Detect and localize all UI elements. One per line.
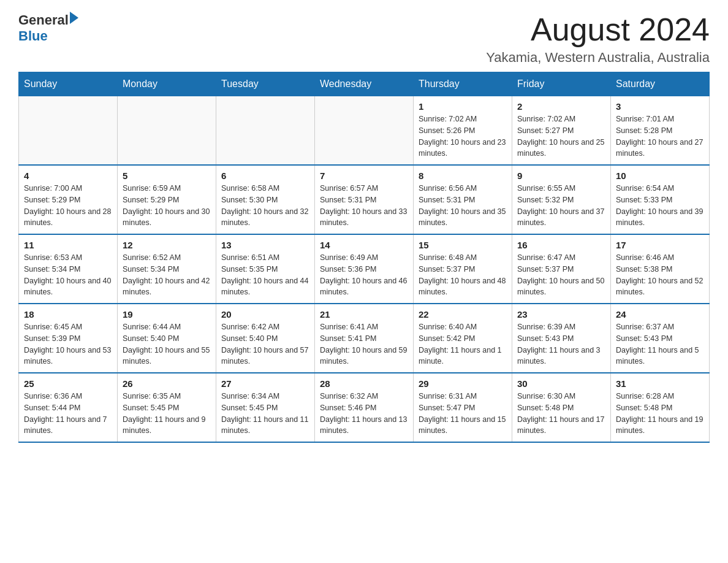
calendar-cell: 13Sunrise: 6:51 AMSunset: 5:35 PMDayligh…: [216, 234, 315, 304]
calendar-cell: [315, 96, 414, 166]
day-number: 3: [616, 101, 704, 112]
day-info: Sunrise: 6:35 AMSunset: 5:45 PMDaylight:…: [123, 391, 211, 437]
calendar-header-thursday: Thursday: [414, 72, 512, 96]
calendar-cell: 1Sunrise: 7:02 AMSunset: 5:26 PMDaylight…: [414, 96, 512, 166]
calendar-cell: 22Sunrise: 6:40 AMSunset: 5:42 PMDayligh…: [414, 304, 512, 373]
day-number: 14: [320, 240, 408, 250]
day-number: 13: [221, 240, 309, 250]
day-info: Sunrise: 6:51 AMSunset: 5:35 PMDaylight:…: [221, 252, 309, 298]
calendar-week-row: 1Sunrise: 7:02 AMSunset: 5:26 PMDaylight…: [19, 96, 710, 166]
title-section: August 2024 Yakamia, Western Australia, …: [486, 12, 710, 66]
calendar-cell: 17Sunrise: 6:46 AMSunset: 5:38 PMDayligh…: [611, 234, 710, 304]
logo-general-text: General: [18, 12, 69, 28]
calendar-cell: 6Sunrise: 6:58 AMSunset: 5:30 PMDaylight…: [216, 165, 315, 234]
day-number: 12: [123, 240, 211, 250]
calendar-week-row: 18Sunrise: 6:45 AMSunset: 5:39 PMDayligh…: [19, 304, 710, 373]
day-number: 27: [221, 378, 309, 389]
calendar-cell: 2Sunrise: 7:02 AMSunset: 5:27 PMDaylight…: [512, 96, 611, 166]
calendar-cell: 14Sunrise: 6:49 AMSunset: 5:36 PMDayligh…: [315, 234, 414, 304]
calendar-cell: 29Sunrise: 6:31 AMSunset: 5:47 PMDayligh…: [414, 373, 512, 442]
calendar-header-sunday: Sunday: [19, 72, 118, 96]
day-info: Sunrise: 7:01 AMSunset: 5:28 PMDaylight:…: [616, 113, 704, 159]
calendar-header-friday: Friday: [512, 72, 611, 96]
day-number: 16: [517, 240, 605, 250]
day-info: Sunrise: 6:32 AMSunset: 5:46 PMDaylight:…: [320, 391, 408, 437]
day-number: 29: [419, 378, 507, 389]
calendar-cell: 15Sunrise: 6:48 AMSunset: 5:37 PMDayligh…: [414, 234, 512, 304]
calendar-cell: [216, 96, 315, 166]
calendar-header-saturday: Saturday: [611, 72, 710, 96]
location-text: Yakamia, Western Australia, Australia: [486, 50, 710, 66]
day-number: 18: [24, 309, 112, 320]
calendar-cell: 8Sunrise: 6:56 AMSunset: 5:31 PMDaylight…: [414, 165, 512, 234]
day-info: Sunrise: 6:40 AMSunset: 5:42 PMDaylight:…: [419, 321, 507, 367]
day-number: 31: [616, 378, 704, 389]
calendar-cell: 7Sunrise: 6:57 AMSunset: 5:31 PMDaylight…: [315, 165, 414, 234]
calendar-cell: 23Sunrise: 6:39 AMSunset: 5:43 PMDayligh…: [512, 304, 611, 373]
calendar-cell: 4Sunrise: 7:00 AMSunset: 5:29 PMDaylight…: [19, 165, 118, 234]
day-info: Sunrise: 6:39 AMSunset: 5:43 PMDaylight:…: [517, 321, 605, 367]
calendar-cell: 3Sunrise: 7:01 AMSunset: 5:28 PMDaylight…: [611, 96, 710, 166]
day-info: Sunrise: 6:31 AMSunset: 5:47 PMDaylight:…: [419, 391, 507, 437]
day-number: 10: [616, 170, 704, 181]
calendar-cell: 24Sunrise: 6:37 AMSunset: 5:43 PMDayligh…: [611, 304, 710, 373]
calendar-header-row: SundayMondayTuesdayWednesdayThursdayFrid…: [19, 72, 710, 96]
day-info: Sunrise: 6:42 AMSunset: 5:40 PMDaylight:…: [221, 321, 309, 367]
day-number: 1: [419, 101, 507, 112]
day-info: Sunrise: 6:54 AMSunset: 5:33 PMDaylight:…: [616, 183, 704, 229]
day-number: 19: [123, 309, 211, 320]
calendar-cell: 19Sunrise: 6:44 AMSunset: 5:40 PMDayligh…: [118, 304, 216, 373]
logo: General Blue: [18, 12, 78, 44]
day-info: Sunrise: 6:44 AMSunset: 5:40 PMDaylight:…: [123, 321, 211, 367]
day-number: 9: [517, 170, 605, 181]
logo-arrow-icon: [70, 12, 78, 24]
calendar-week-row: 11Sunrise: 6:53 AMSunset: 5:34 PMDayligh…: [19, 234, 710, 304]
day-number: 7: [320, 170, 408, 181]
day-info: Sunrise: 6:58 AMSunset: 5:30 PMDaylight:…: [221, 183, 309, 229]
calendar-cell: 5Sunrise: 6:59 AMSunset: 5:29 PMDaylight…: [118, 165, 216, 234]
calendar-cell: 31Sunrise: 6:28 AMSunset: 5:48 PMDayligh…: [611, 373, 710, 442]
day-info: Sunrise: 6:53 AMSunset: 5:34 PMDaylight:…: [24, 252, 112, 298]
day-number: 8: [419, 170, 507, 181]
day-info: Sunrise: 6:52 AMSunset: 5:34 PMDaylight:…: [123, 252, 211, 298]
day-info: Sunrise: 6:47 AMSunset: 5:37 PMDaylight:…: [517, 252, 605, 298]
day-number: 17: [616, 240, 704, 250]
day-info: Sunrise: 6:49 AMSunset: 5:36 PMDaylight:…: [320, 252, 408, 298]
day-number: 5: [123, 170, 211, 181]
day-number: 15: [419, 240, 507, 250]
day-info: Sunrise: 6:48 AMSunset: 5:37 PMDaylight:…: [419, 252, 507, 298]
calendar-week-row: 25Sunrise: 6:36 AMSunset: 5:44 PMDayligh…: [19, 373, 710, 442]
day-number: 30: [517, 378, 605, 389]
day-number: 23: [517, 309, 605, 320]
day-info: Sunrise: 7:02 AMSunset: 5:27 PMDaylight:…: [517, 113, 605, 159]
day-number: 11: [24, 240, 112, 250]
calendar-cell: 20Sunrise: 6:42 AMSunset: 5:40 PMDayligh…: [216, 304, 315, 373]
calendar-cell: [118, 96, 216, 166]
logo-blue-text: Blue: [18, 28, 48, 44]
day-info: Sunrise: 6:36 AMSunset: 5:44 PMDaylight:…: [24, 391, 112, 437]
day-number: 24: [616, 309, 704, 320]
calendar-cell: 27Sunrise: 6:34 AMSunset: 5:45 PMDayligh…: [216, 373, 315, 442]
calendar-cell: 16Sunrise: 6:47 AMSunset: 5:37 PMDayligh…: [512, 234, 611, 304]
day-info: Sunrise: 6:46 AMSunset: 5:38 PMDaylight:…: [616, 252, 704, 298]
day-number: 20: [221, 309, 309, 320]
calendar-cell: 9Sunrise: 6:55 AMSunset: 5:32 PMDaylight…: [512, 165, 611, 234]
day-number: 4: [24, 170, 112, 181]
day-info: Sunrise: 6:45 AMSunset: 5:39 PMDaylight:…: [24, 321, 112, 367]
day-info: Sunrise: 6:59 AMSunset: 5:29 PMDaylight:…: [123, 183, 211, 229]
calendar-cell: 10Sunrise: 6:54 AMSunset: 5:33 PMDayligh…: [611, 165, 710, 234]
calendar-cell: 12Sunrise: 6:52 AMSunset: 5:34 PMDayligh…: [118, 234, 216, 304]
calendar-cell: 28Sunrise: 6:32 AMSunset: 5:46 PMDayligh…: [315, 373, 414, 442]
calendar-header-monday: Monday: [118, 72, 216, 96]
calendar-cell: 25Sunrise: 6:36 AMSunset: 5:44 PMDayligh…: [19, 373, 118, 442]
calendar-cell: 21Sunrise: 6:41 AMSunset: 5:41 PMDayligh…: [315, 304, 414, 373]
calendar-cell: 11Sunrise: 6:53 AMSunset: 5:34 PMDayligh…: [19, 234, 118, 304]
day-info: Sunrise: 6:56 AMSunset: 5:31 PMDaylight:…: [419, 183, 507, 229]
day-info: Sunrise: 7:02 AMSunset: 5:26 PMDaylight:…: [419, 113, 507, 159]
calendar-header-tuesday: Tuesday: [216, 72, 315, 96]
day-info: Sunrise: 6:55 AMSunset: 5:32 PMDaylight:…: [517, 183, 605, 229]
day-info: Sunrise: 6:41 AMSunset: 5:41 PMDaylight:…: [320, 321, 408, 367]
calendar-cell: [19, 96, 118, 166]
day-info: Sunrise: 6:37 AMSunset: 5:43 PMDaylight:…: [616, 321, 704, 367]
calendar-cell: 18Sunrise: 6:45 AMSunset: 5:39 PMDayligh…: [19, 304, 118, 373]
